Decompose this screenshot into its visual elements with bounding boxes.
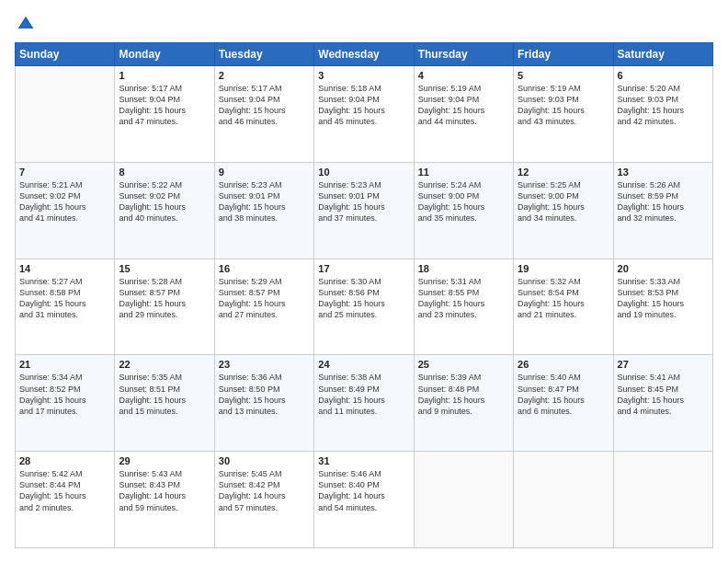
day-info: Sunrise: 5:41 AMSunset: 8:45 PMDaylight:… [618, 372, 709, 417]
calendar-header-wednesday: Wednesday [314, 43, 414, 66]
day-number: 16 [219, 263, 310, 274]
header [15, 15, 713, 33]
calendar-week-3: 14Sunrise: 5:27 AMSunset: 8:58 PMDayligh… [16, 259, 713, 355]
calendar-cell: 15Sunrise: 5:28 AMSunset: 8:57 PMDayligh… [115, 259, 214, 355]
day-info: Sunrise: 5:26 AMSunset: 8:59 PMDaylight:… [618, 179, 709, 224]
day-info: Sunrise: 5:43 AMSunset: 8:43 PMDaylight:… [119, 468, 210, 513]
calendar-week-5: 28Sunrise: 5:42 AMSunset: 8:44 PMDayligh… [16, 452, 713, 548]
day-info: Sunrise: 5:25 AMSunset: 9:00 PMDaylight:… [518, 179, 609, 224]
day-number: 9 [219, 167, 310, 178]
calendar-cell: 18Sunrise: 5:31 AMSunset: 8:55 PMDayligh… [414, 259, 513, 355]
day-info: Sunrise: 5:18 AMSunset: 9:04 PMDaylight:… [318, 83, 409, 128]
calendar-cell: 24Sunrise: 5:38 AMSunset: 8:49 PMDayligh… [314, 355, 414, 452]
day-number: 24 [318, 359, 409, 370]
calendar-cell: 4Sunrise: 5:19 AMSunset: 9:04 PMDaylight… [414, 66, 513, 163]
day-info: Sunrise: 5:23 AMSunset: 9:01 PMDaylight:… [219, 179, 310, 224]
day-number: 31 [318, 455, 409, 466]
calendar-week-2: 7Sunrise: 5:21 AMSunset: 9:02 PMDaylight… [16, 162, 713, 259]
day-info: Sunrise: 5:46 AMSunset: 8:40 PMDaylight:… [318, 468, 409, 513]
calendar-week-4: 21Sunrise: 5:34 AMSunset: 8:52 PMDayligh… [16, 355, 713, 452]
calendar-cell: 19Sunrise: 5:32 AMSunset: 8:54 PMDayligh… [514, 259, 613, 355]
day-info: Sunrise: 5:27 AMSunset: 8:58 PMDaylight:… [19, 276, 110, 321]
day-number: 25 [418, 359, 509, 370]
calendar-header-monday: Monday [115, 43, 214, 66]
day-number: 13 [618, 167, 709, 178]
calendar-cell: 25Sunrise: 5:39 AMSunset: 8:48 PMDayligh… [414, 355, 513, 452]
calendar-cell: 10Sunrise: 5:23 AMSunset: 9:01 PMDayligh… [314, 162, 414, 259]
calendar-cell: 27Sunrise: 5:41 AMSunset: 8:45 PMDayligh… [613, 355, 712, 452]
day-info: Sunrise: 5:20 AMSunset: 9:03 PMDaylight:… [618, 83, 709, 128]
calendar-cell: 23Sunrise: 5:36 AMSunset: 8:50 PMDayligh… [214, 355, 313, 452]
day-info: Sunrise: 5:45 AMSunset: 8:42 PMDaylight:… [219, 468, 310, 513]
calendar-cell: 22Sunrise: 5:35 AMSunset: 8:51 PMDayligh… [115, 355, 214, 452]
page: SundayMondayTuesdayWednesdayThursdayFrid… [0, 0, 728, 563]
day-info: Sunrise: 5:24 AMSunset: 9:00 PMDaylight:… [418, 179, 509, 224]
day-info: Sunrise: 5:17 AMSunset: 9:04 PMDaylight:… [219, 83, 310, 128]
calendar-cell: 21Sunrise: 5:34 AMSunset: 8:52 PMDayligh… [16, 355, 115, 452]
day-info: Sunrise: 5:33 AMSunset: 8:53 PMDaylight:… [618, 276, 709, 321]
calendar-cell: 28Sunrise: 5:42 AMSunset: 8:44 PMDayligh… [16, 452, 115, 548]
calendar-header-row: SundayMondayTuesdayWednesdayThursdayFrid… [16, 43, 713, 66]
day-info: Sunrise: 5:34 AMSunset: 8:52 PMDaylight:… [19, 372, 110, 417]
calendar-table: SundayMondayTuesdayWednesdayThursdayFrid… [15, 42, 713, 548]
day-number: 8 [119, 167, 210, 178]
calendar-header-tuesday: Tuesday [214, 43, 313, 66]
calendar-cell: 26Sunrise: 5:40 AMSunset: 8:47 PMDayligh… [514, 355, 613, 452]
calendar-cell: 17Sunrise: 5:30 AMSunset: 8:56 PMDayligh… [314, 259, 414, 355]
calendar-header-sunday: Sunday [16, 43, 115, 66]
day-info: Sunrise: 5:38 AMSunset: 8:49 PMDaylight:… [318, 372, 409, 417]
day-info: Sunrise: 5:30 AMSunset: 8:56 PMDaylight:… [318, 276, 409, 321]
day-number: 14 [19, 263, 110, 274]
day-number: 11 [418, 167, 509, 178]
calendar-cell: 2Sunrise: 5:17 AMSunset: 9:04 PMDaylight… [214, 66, 313, 163]
calendar-cell: 11Sunrise: 5:24 AMSunset: 9:00 PMDayligh… [414, 162, 513, 259]
day-info: Sunrise: 5:31 AMSunset: 8:55 PMDaylight:… [418, 276, 509, 321]
calendar-cell: 14Sunrise: 5:27 AMSunset: 8:58 PMDayligh… [16, 259, 115, 355]
calendar-cell: 7Sunrise: 5:21 AMSunset: 9:02 PMDaylight… [16, 162, 115, 259]
calendar-cell: 12Sunrise: 5:25 AMSunset: 9:00 PMDayligh… [514, 162, 613, 259]
day-number: 1 [119, 70, 210, 81]
calendar-cell: 3Sunrise: 5:18 AMSunset: 9:04 PMDaylight… [314, 66, 414, 163]
day-number: 26 [518, 359, 609, 370]
day-info: Sunrise: 5:17 AMSunset: 9:04 PMDaylight:… [119, 83, 210, 128]
calendar-cell: 6Sunrise: 5:20 AMSunset: 9:03 PMDaylight… [613, 66, 712, 163]
day-number: 20 [618, 263, 709, 274]
calendar-cell: 29Sunrise: 5:43 AMSunset: 8:43 PMDayligh… [115, 452, 214, 548]
calendar-cell: 31Sunrise: 5:46 AMSunset: 8:40 PMDayligh… [314, 452, 414, 548]
day-info: Sunrise: 5:19 AMSunset: 9:04 PMDaylight:… [418, 83, 509, 128]
calendar-header-friday: Friday [514, 43, 613, 66]
day-info: Sunrise: 5:36 AMSunset: 8:50 PMDaylight:… [219, 372, 310, 417]
day-number: 18 [418, 263, 509, 274]
day-number: 19 [518, 263, 609, 274]
calendar-cell: 9Sunrise: 5:23 AMSunset: 9:01 PMDaylight… [214, 162, 313, 259]
day-number: 28 [19, 455, 110, 466]
calendar-cell [514, 452, 613, 548]
day-number: 21 [19, 359, 110, 370]
calendar-cell [414, 452, 513, 548]
calendar-cell: 8Sunrise: 5:22 AMSunset: 9:02 PMDaylight… [115, 162, 214, 259]
day-number: 2 [219, 70, 310, 81]
day-number: 15 [119, 263, 210, 274]
calendar-cell: 13Sunrise: 5:26 AMSunset: 8:59 PMDayligh… [613, 162, 712, 259]
day-info: Sunrise: 5:42 AMSunset: 8:44 PMDaylight:… [19, 468, 110, 513]
day-number: 27 [618, 359, 709, 370]
logo [15, 15, 35, 33]
day-number: 4 [418, 70, 509, 81]
calendar-cell: 1Sunrise: 5:17 AMSunset: 9:04 PMDaylight… [115, 66, 214, 163]
day-info: Sunrise: 5:19 AMSunset: 9:03 PMDaylight:… [518, 83, 609, 128]
calendar-cell: 20Sunrise: 5:33 AMSunset: 8:53 PMDayligh… [613, 259, 712, 355]
logo-icon [17, 15, 35, 33]
calendar-cell: 30Sunrise: 5:45 AMSunset: 8:42 PMDayligh… [214, 452, 313, 548]
day-number: 5 [518, 70, 609, 81]
day-number: 23 [219, 359, 310, 370]
calendar-header-saturday: Saturday [613, 43, 712, 66]
calendar-week-1: 1Sunrise: 5:17 AMSunset: 9:04 PMDaylight… [16, 66, 713, 163]
day-number: 29 [119, 455, 210, 466]
day-info: Sunrise: 5:22 AMSunset: 9:02 PMDaylight:… [119, 179, 210, 224]
day-info: Sunrise: 5:32 AMSunset: 8:54 PMDaylight:… [518, 276, 609, 321]
day-number: 10 [318, 167, 409, 178]
calendar-header-thursday: Thursday [414, 43, 513, 66]
calendar-cell: 5Sunrise: 5:19 AMSunset: 9:03 PMDaylight… [514, 66, 613, 163]
day-info: Sunrise: 5:40 AMSunset: 8:47 PMDaylight:… [518, 372, 609, 417]
calendar-cell: 16Sunrise: 5:29 AMSunset: 8:57 PMDayligh… [214, 259, 313, 355]
